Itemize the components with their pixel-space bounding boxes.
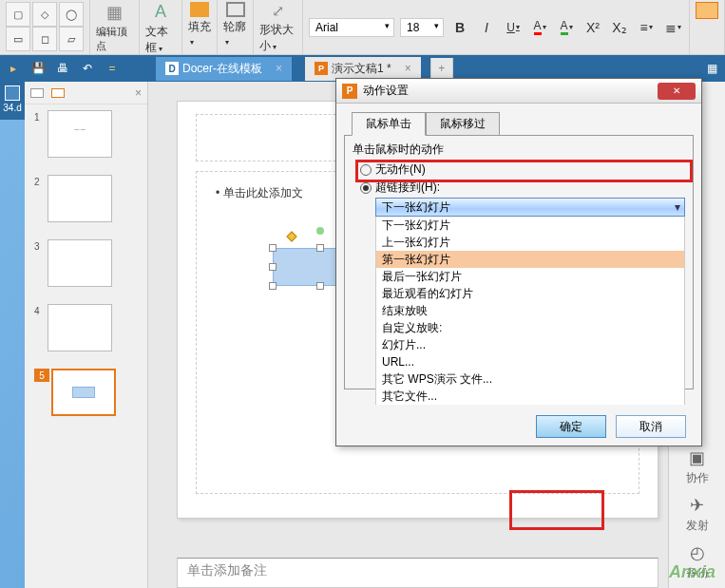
dd-opt-0[interactable]: 下一张幻灯片 bbox=[376, 217, 684, 234]
sidebar-launch[interactable]: ✈发射 bbox=[669, 490, 725, 538]
fill-label[interactable]: 填充 bbox=[188, 20, 211, 33]
bold-button[interactable]: B bbox=[449, 17, 470, 38]
thumbnail-panel-close[interactable]: × bbox=[135, 86, 142, 100]
shape-btn-5[interactable]: ◻ bbox=[32, 27, 57, 51]
dd-opt-5[interactable]: 结束放映 bbox=[376, 302, 684, 319]
qat-menu-icon[interactable]: ▦ bbox=[702, 59, 721, 78]
thumbnail-3[interactable]: 3 bbox=[34, 239, 147, 287]
outline-view-icon[interactable] bbox=[51, 88, 65, 98]
thumbnail-5[interactable]: 5 bbox=[34, 369, 147, 416]
font-size-select[interactable]: 18 bbox=[400, 18, 444, 37]
subscript-button[interactable]: X₂ bbox=[609, 17, 630, 38]
ok-button[interactable]: 确定 bbox=[536, 415, 606, 438]
dd-opt-3[interactable]: 最后一张幻灯片 bbox=[376, 268, 684, 285]
file-strip: 34.d bbox=[0, 82, 25, 120]
tab-mouse-hover[interactable]: 鼠标移过 bbox=[426, 112, 500, 136]
edit-vertex-label[interactable]: 编辑顶点 bbox=[96, 25, 133, 53]
dialog-title: 动作设置 bbox=[363, 83, 409, 99]
dd-opt-8[interactable]: URL... bbox=[376, 353, 684, 370]
textbox-label[interactable]: 文本框 bbox=[145, 25, 168, 54]
qat-new-icon[interactable]: ▸ bbox=[4, 59, 23, 78]
dd-opt-7[interactable]: 幻灯片... bbox=[376, 336, 684, 353]
group-label: 单击鼠标时的动作 bbox=[353, 142, 685, 158]
qat-print-icon[interactable]: 🖶 bbox=[53, 59, 72, 78]
tab-docer-close[interactable]: × bbox=[276, 62, 282, 75]
thumbnail-panel: × 1— — 2 3 4 5 bbox=[25, 82, 148, 588]
qat-undo-icon[interactable]: ↶ bbox=[78, 59, 97, 78]
outline-label[interactable]: 轮廓 bbox=[223, 20, 246, 33]
hyperlink-target-select[interactable]: 下一张幻灯片 bbox=[375, 198, 685, 217]
list-button[interactable]: ≣▾ bbox=[662, 17, 683, 38]
align-button[interactable]: ≡▾ bbox=[636, 17, 657, 38]
dialog-titlebar[interactable]: P 动作设置 ✕ bbox=[336, 79, 701, 104]
watermark: Anxia bbox=[669, 562, 715, 582]
thumbnail-4[interactable]: 4 bbox=[34, 304, 147, 351]
dd-opt-10[interactable]: 其它文件... bbox=[376, 388, 684, 405]
thumbnail-2[interactable]: 2 bbox=[34, 175, 147, 222]
option-none[interactable]: 无动作(N) bbox=[360, 161, 685, 178]
qat-save-icon[interactable]: 💾 bbox=[29, 59, 48, 78]
cancel-button[interactable]: 取消 bbox=[616, 415, 686, 438]
sidebar-collab[interactable]: ▣协作 bbox=[669, 443, 725, 490]
tab-add-button[interactable]: + bbox=[430, 58, 453, 79]
shape-size-label[interactable]: 形状大小 bbox=[259, 23, 294, 52]
font-color-button[interactable]: A▾ bbox=[529, 17, 550, 38]
thumbnail-1[interactable]: 1— — bbox=[34, 110, 147, 158]
dd-opt-1[interactable]: 上一张幻灯片 bbox=[376, 234, 684, 251]
tab-mouse-click[interactable]: 鼠标单击 bbox=[352, 112, 426, 136]
tab-doc-close[interactable]: × bbox=[405, 62, 411, 75]
dd-opt-6[interactable]: 自定义放映: bbox=[376, 319, 684, 336]
shape-btn-2[interactable]: ◇ bbox=[32, 2, 57, 27]
thumbnail-list: 1— — 2 3 4 5 bbox=[25, 104, 147, 416]
action-settings-dialog: P 动作设置 ✕ 鼠标单击 鼠标移过 单击鼠标时的动作 无动作(N) 超链接到(… bbox=[335, 78, 702, 446]
qat-redo-icon[interactable]: = bbox=[103, 59, 122, 78]
notes-pane[interactable]: 单击添加备注 bbox=[177, 558, 658, 588]
dd-opt-2[interactable]: 第一张幻灯片 bbox=[376, 251, 684, 268]
file-label: 34.d bbox=[3, 103, 21, 113]
shape-btn-1[interactable]: ▢ bbox=[6, 2, 30, 27]
font-name-select[interactable]: Arial bbox=[309, 18, 394, 37]
thumb-view-icon[interactable] bbox=[30, 88, 44, 98]
hyperlink-dropdown-list: 下一张幻灯片 上一张幻灯片 第一张幻灯片 最后一张幻灯片 最近观看的幻灯片 结束… bbox=[375, 217, 685, 405]
shape-btn-4[interactable]: ▭ bbox=[6, 27, 30, 51]
superscript-button[interactable]: X² bbox=[582, 17, 603, 38]
tab-document[interactable]: P 演示文稿1 * × bbox=[305, 57, 421, 81]
dialog-app-icon: P bbox=[342, 84, 357, 99]
underline-button[interactable]: U▾ bbox=[503, 17, 524, 38]
shape-btn-6[interactable]: ▱ bbox=[59, 27, 84, 51]
ribbon-toolbar: ▢ ◇ ◯ ▭ ◻ ▱ ▦ 编辑顶点 A 文本框▾ 填充▾ 轮廓▾ ⤢ 形状大小… bbox=[0, 0, 725, 55]
highlight-button[interactable]: A▾ bbox=[556, 17, 577, 38]
italic-button[interactable]: I bbox=[476, 17, 497, 38]
dialog-close-button[interactable]: ✕ bbox=[658, 83, 696, 100]
option-hyperlink[interactable]: 超链接到(H): bbox=[360, 180, 685, 196]
tab-docer[interactable]: D Docer-在线模板 × bbox=[156, 57, 292, 81]
file-thumb-icon[interactable] bbox=[5, 85, 20, 101]
dd-opt-9[interactable]: 其它 WPS演示 文件... bbox=[376, 370, 684, 388]
shape-btn-3[interactable]: ◯ bbox=[59, 2, 84, 27]
dd-opt-4[interactable]: 最近观看的幻灯片 bbox=[376, 285, 684, 302]
rotate-handle[interactable] bbox=[316, 227, 324, 235]
